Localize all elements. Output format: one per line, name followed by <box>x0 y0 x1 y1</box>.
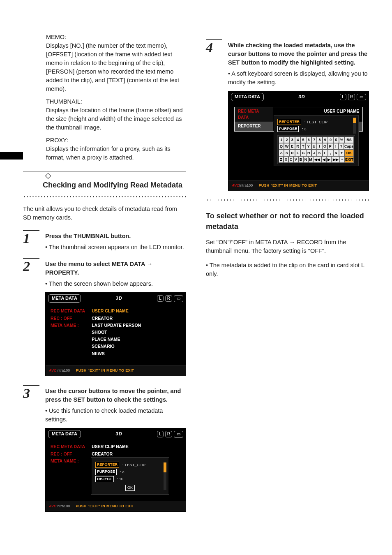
kbd-key[interactable]: Y <box>306 143 311 150</box>
pill-l: L <box>157 295 164 302</box>
kbd-key[interactable]: S <box>284 150 289 156</box>
kbd-key[interactable]: U <box>311 143 317 150</box>
kbd-scrollbar[interactable] <box>353 117 356 134</box>
kbd-key[interactable]: ▶ <box>326 156 331 163</box>
kbd-key[interactable]: L <box>323 150 328 156</box>
kbd-key[interactable]: N <box>303 156 308 163</box>
row-user-clip: USER CLIP NAME <box>91 443 142 450</box>
kbd-key[interactable]: EXIT <box>345 156 354 163</box>
pill-l: L <box>157 431 164 437</box>
row-place: PLACE NAME <box>91 336 142 343</box>
kbd-key[interactable]: G <box>300 150 306 156</box>
step-number: 2 <box>23 259 39 273</box>
kbd-key[interactable]: E <box>290 143 295 150</box>
kbd-key[interactable]: 5 <box>300 136 306 143</box>
kbd-key[interactable]: $ <box>333 136 339 143</box>
kbd-key[interactable]: P <box>327 143 333 150</box>
kbd-key[interactable]: I <box>317 143 322 150</box>
kbd-key[interactable]: ◀◀ <box>313 156 322 163</box>
kbd-key[interactable]: Q <box>279 143 284 150</box>
kbd-key[interactable]: 0 <box>328 136 333 143</box>
kbd-key[interactable]: X <box>284 156 288 163</box>
kbd-key[interactable]: 2 <box>284 136 289 143</box>
kbd-key[interactable]: C <box>288 156 293 163</box>
kbd-key[interactable]: + <box>339 150 344 156</box>
kbd-reporter-field[interactable]: REPORTER <box>277 119 301 125</box>
memo-text: Displays [NO.] (the number of the text m… <box>46 42 186 93</box>
kbd-key[interactable]: B <box>298 156 303 163</box>
kbd-key[interactable]: Caps <box>344 143 354 150</box>
soft-keyboard[interactable]: 1234567890$%BSQWERTYUIOP!?CapsASDFGHJKL,… <box>277 135 355 164</box>
battery-icon: ▭ <box>357 94 366 101</box>
step-4: 4 While checking the loaded metadata, us… <box>206 39 369 194</box>
row-rec-off: REC : OFF <box>50 451 91 458</box>
purpose-value: : 3 <box>120 469 125 475</box>
step-1-bullet: The thumbnail screen appears on the LCD … <box>45 243 186 252</box>
avcintra-logo: AVCIntra100 <box>49 504 70 509</box>
keyboard-overlay: REPORTER: TEST_CLIP PURPOSE: 3 123456789… <box>274 115 359 166</box>
overlay-scrollbar[interactable] <box>164 462 166 490</box>
dotted-rule <box>206 199 369 201</box>
kbd-key[interactable]: M <box>308 156 313 163</box>
kbd-key[interactable]: 1 <box>279 136 284 143</box>
step-number: 4 <box>206 41 222 55</box>
kbd-key[interactable]: , <box>328 150 333 156</box>
left-column: MEMO: Displays [NO.] (the number of the … <box>23 33 186 514</box>
kbd-key[interactable]: W <box>284 143 289 150</box>
object-value: : 10 <box>117 476 124 482</box>
kbd-reporter-value: : TEST_CLIP <box>304 119 327 125</box>
kbd-key[interactable]: % <box>339 136 344 143</box>
kbd-key[interactable]: F <box>295 150 300 156</box>
kbd-key[interactable]: OK <box>344 150 354 156</box>
row-news: NEWS <box>91 350 142 357</box>
kbd-key[interactable]: = <box>340 156 345 163</box>
step-1-title: Press the THUMBNAIL button. <box>45 232 186 240</box>
footer-msg: PUSH "EXIT" IN MENU TO EXIT <box>76 504 134 509</box>
kbd-key[interactable]: H <box>306 150 311 156</box>
screen-title: META DATA <box>48 294 81 303</box>
record-para-a: Set "ON"/"OFF" in META DATA <box>206 239 288 245</box>
kbd-key[interactable]: & <box>333 150 339 156</box>
object-field[interactable]: OBJECT <box>95 476 114 482</box>
overlay-dialog: REPORTER: TEST_CLIP PURPOSE: 3 OBJECT: 1… <box>91 457 169 494</box>
row-creator: CREATOR <box>91 315 142 322</box>
kbd-key[interactable]: O <box>322 143 327 150</box>
memo-label: MEMO: <box>46 34 66 40</box>
dotted-rule <box>23 196 186 197</box>
memo-block: MEMO: Displays [NO.] (the number of the … <box>23 33 186 162</box>
record-bullet: The metadata is added to the clip on the… <box>206 261 369 278</box>
ok-button[interactable]: OK <box>125 485 135 491</box>
right-column: 4 While checking the loaded metadata, us… <box>206 33 369 514</box>
kbd-key[interactable]: BS <box>344 136 354 143</box>
kbd-key[interactable]: R <box>295 143 300 150</box>
diamond-icon <box>45 173 51 179</box>
kbd-key[interactable]: 3 <box>290 136 295 143</box>
kbd-key[interactable]: 7 <box>311 136 317 143</box>
kbd-key[interactable]: 4 <box>295 136 300 143</box>
kbd-key[interactable]: K <box>317 150 322 156</box>
kbd-key[interactable]: V <box>293 156 298 163</box>
rec-meta-data-label: REC META DATA <box>235 107 273 122</box>
purpose-field[interactable]: PURPOSE <box>95 469 117 475</box>
kbd-key[interactable]: 8 <box>317 136 322 143</box>
kbd-key[interactable]: T <box>300 143 306 150</box>
kbd-key[interactable]: Z <box>279 156 284 163</box>
row-meta-name: META NAME : <box>50 322 91 329</box>
kbd-key[interactable]: J <box>311 150 317 156</box>
kbd-key[interactable]: ! <box>333 143 339 150</box>
kbd-purpose-field[interactable]: PURPOSE <box>277 126 299 132</box>
metadata-screen-2: META DATA 3D L R ▭ REC META DATAUSER CLI… <box>45 428 186 512</box>
record-para: Set "ON"/"OFF" in META DATARECORD from t… <box>206 238 369 255</box>
kbd-key[interactable]: ▶▶ <box>331 156 340 163</box>
kbd-key[interactable]: ? <box>339 143 344 150</box>
reporter-field[interactable]: REPORTER <box>95 462 119 468</box>
kbd-key[interactable]: 6 <box>306 136 311 143</box>
kbd-key[interactable]: D <box>290 150 295 156</box>
battery-icon: ▭ <box>174 295 183 302</box>
proxy-text: Displays the information for a proxy, su… <box>46 145 186 162</box>
row-rec-meta: REC META DATA <box>50 308 91 314</box>
battery-icon: ▭ <box>174 431 183 438</box>
kbd-key[interactable]: A <box>279 150 284 156</box>
kbd-key[interactable]: 9 <box>323 136 328 143</box>
kbd-key[interactable]: ◀ <box>321 156 326 163</box>
